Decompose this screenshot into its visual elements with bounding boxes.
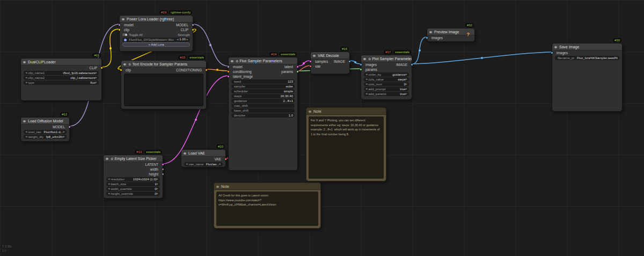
images-input-dot[interactable] (360, 63, 362, 66)
node-empty-latent-size-picker[interactable]: #13 essentials ⚙Empty Latent Size Picker… (103, 155, 163, 199)
combo-right-arrow-icon[interactable]: ▶ (157, 182, 158, 186)
combo-left-arrow-icon[interactable]: ◀ (25, 130, 27, 134)
combo-right-arrow-icon[interactable]: ▶ (406, 72, 407, 77)
node-title-bar[interactable]: Save Image (552, 43, 622, 50)
lora-enabled-toggle-icon[interactable] (124, 39, 127, 41)
combo-right-arrow-icon[interactable]: ▶ (96, 81, 97, 85)
cols-num-widget[interactable]: ◀ cols_num 3 ▶ (364, 82, 409, 86)
seed-widget[interactable]: seed 123 (231, 79, 295, 84)
combo-left-arrow-icon[interactable]: ◀ (365, 92, 367, 96)
add-lora-button[interactable]: + Add Lora (122, 42, 190, 47)
images-input-dot[interactable] (426, 36, 428, 39)
combo-right-arrow-icon[interactable]: ▶ (63, 130, 65, 134)
combo-right-arrow-icon[interactable]: ▶ (63, 135, 65, 139)
denoise-widget[interactable]: denoise 1.0 (231, 113, 295, 118)
link-midpoint-dot[interactable] (216, 69, 218, 71)
node-save-image[interactable]: #30 Save Image images filename_prefix Fl… (552, 43, 623, 112)
combo-right-arrow-icon[interactable]: ▶ (406, 87, 407, 91)
node-load-diffusion-model[interactable]: #12 Load Diffusion Model MODEL ◀ unet_na… (20, 117, 70, 142)
node-title-bar[interactable]: ⚙Flux Sampler Parameters (229, 57, 297, 64)
link-midpoint-dot[interactable] (209, 44, 211, 46)
collapse-icon[interactable] (363, 58, 366, 61)
sampler-widget[interactable]: sampler euler (231, 84, 295, 89)
node-title-bar[interactable]: Load VAE (181, 150, 225, 157)
resolution-widget[interactable]: ◀ resolution 1024x1024 (1.0) ▶ (106, 177, 160, 181)
node-text-encode-sampler-params[interactable]: #15 essentials ⚙Text Encode for Sampler … (121, 60, 207, 109)
clip-output-dot[interactable] (100, 67, 103, 69)
node-title-bar[interactable]: DualCLIPLoader (21, 58, 101, 65)
batch-size-widget[interactable]: ◀ batch_size 1 ▶ (106, 182, 160, 186)
combo-left-arrow-icon[interactable]: ◀ (177, 38, 178, 41)
combo-left-arrow-icon[interactable]: ◀ (186, 162, 187, 166)
collapse-icon[interactable] (313, 55, 316, 57)
collapse-icon[interactable] (554, 46, 557, 49)
collapse-icon[interactable] (23, 120, 26, 123)
model-input-dot[interactable] (227, 65, 230, 68)
order-by-widget[interactable]: ◀ order_by guidance ▶ (364, 72, 409, 77)
combo-left-arrow-icon[interactable]: ◀ (25, 135, 27, 139)
base-shift-widget[interactable]: base_shift (231, 108, 295, 113)
width-override-widget[interactable]: ◀ width_override 0 ▶ (106, 187, 160, 191)
combo-left-arrow-icon[interactable]: ◀ (25, 81, 27, 85)
weight-dtype-widget[interactable]: ◀ weight_dtype fp8_e4m3fn ▶ (24, 135, 67, 139)
toggle-all-switch[interactable] (122, 33, 127, 36)
combo-right-arrow-icon[interactable]: ▶ (406, 82, 407, 86)
combo-left-arrow-icon[interactable]: ◀ (108, 182, 109, 186)
combo-right-arrow-icon[interactable]: ▶ (96, 76, 97, 80)
height-override-widget[interactable]: ◀ height_override 0 ▶ (106, 192, 160, 196)
model-input-dot[interactable] (118, 24, 121, 26)
samples-input-dot[interactable] (309, 60, 312, 63)
node-title-bar[interactable]: Load Diffusion Model (21, 118, 69, 125)
combo-right-arrow-icon[interactable]: ▶ (157, 192, 158, 196)
images-input-dot[interactable] (551, 52, 553, 54)
params-output-dot[interactable] (296, 70, 299, 73)
clip-input-dot[interactable] (120, 69, 122, 71)
latent-output-dot[interactable] (162, 163, 164, 166)
clip-output-dot[interactable] (192, 28, 194, 31)
node-preview-image[interactable]: #32 Preview Image images ? (427, 28, 475, 42)
link-midpoint-dot[interactable] (354, 61, 356, 63)
node-title-bar[interactable]: Note (306, 108, 386, 115)
link-midpoint-dot[interactable] (303, 62, 305, 64)
collapse-icon[interactable] (429, 31, 432, 34)
collapse-icon[interactable] (122, 18, 125, 21)
link-midpoint-dot[interactable] (109, 47, 112, 49)
image-output-dot[interactable] (348, 60, 351, 63)
link-midpoint-dot[interactable] (195, 119, 197, 121)
node-title-bar[interactable]: VAE Decode (311, 52, 349, 59)
clip-name1-widget[interactable]: ◀ clip_name1 t5xxl_fp16.safetensors ▶ (24, 71, 99, 75)
add-prompt-widget[interactable]: ◀ add_prompt true ▶ (364, 87, 409, 91)
combo-right-arrow-icon[interactable]: ▶ (187, 38, 188, 41)
combo-left-arrow-icon[interactable]: ◀ (108, 177, 109, 181)
lora-name[interactable]: Flux\Flux_DXStyleWestern Woman - Flu (129, 38, 174, 41)
combo-right-arrow-icon[interactable]: ▶ (157, 187, 158, 191)
vae-input-dot[interactable] (309, 65, 312, 68)
collapse-icon[interactable] (106, 158, 108, 160)
node-power-lora-loader[interactable]: #19 rgthree-comfy Power Lora Loader (rgt… (119, 15, 193, 52)
filename-prefix-widget[interactable]: filename_prefix Flux_lora%KSampler.seed% (555, 56, 619, 60)
image-output-dot[interactable] (411, 63, 413, 66)
vae-output-dot[interactable] (224, 158, 227, 160)
combo-right-arrow-icon[interactable]: ▶ (157, 177, 158, 181)
link-midpoint-dot[interactable] (419, 49, 421, 52)
collapse-icon[interactable] (231, 60, 233, 63)
model-output-dot[interactable] (68, 126, 71, 128)
collapse-icon[interactable] (23, 61, 26, 64)
node-note-credit[interactable]: Note All Credit for this goes to Latent … (214, 182, 321, 229)
scheduler-widget[interactable]: scheduler simple (231, 89, 295, 93)
node-title-bar[interactable]: ⚙Empty Latent Size Picker (104, 155, 163, 162)
clip-input-dot[interactable] (118, 28, 121, 31)
params-input-dot[interactable] (360, 68, 362, 71)
combo-right-arrow-icon[interactable]: ▶ (406, 92, 407, 96)
conditioning-input-dot[interactable] (227, 70, 230, 73)
node-plot-sampler-parameters[interactable]: #17 essentials ⚙Plot Sampler Parameters … (361, 55, 412, 100)
combo-left-arrow-icon[interactable]: ◀ (365, 77, 367, 82)
node-title-bar[interactable]: ⚙Plot Sampler Parameters (361, 55, 412, 62)
lora-row[interactable]: Flux\Flux_DXStyleWestern Woman - Flu ◀ 1… (122, 38, 190, 42)
combo-right-arrow-icon[interactable]: ▶ (96, 71, 97, 75)
combo-left-arrow-icon[interactable]: ◀ (365, 87, 367, 91)
conditioning-output-dot[interactable] (205, 69, 208, 71)
node-title-bar[interactable]: ⚙Text Encode for Sampler Params (121, 61, 206, 68)
node-dualcliploader[interactable]: #11 DualCLIPLoader CLIP ◀ clip_name1 t5x… (20, 58, 102, 101)
collapse-icon[interactable] (216, 186, 219, 188)
